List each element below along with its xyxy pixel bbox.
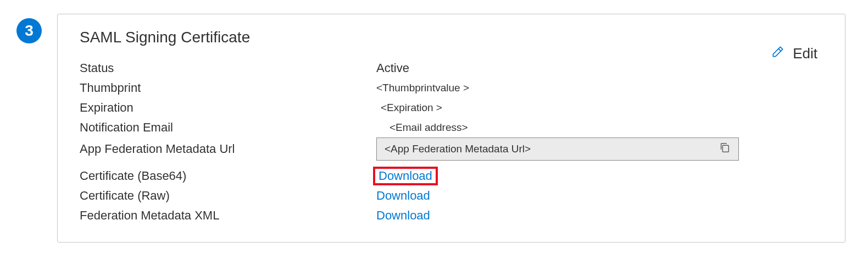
thumbprint-value: <Thumbprintvalue >: [376, 82, 469, 94]
svg-rect-0: [722, 145, 728, 152]
fed-xml-label: Federation Metadata XML: [80, 208, 376, 223]
step-number-badge: 3: [16, 18, 42, 43]
metadata-url-label: App Federation Metadata Url: [80, 142, 376, 156]
edit-button[interactable]: Edit: [771, 45, 817, 62]
cert-raw-download-link[interactable]: Download: [376, 189, 430, 203]
cert-base64-download-link[interactable]: Download: [379, 169, 432, 183]
step-container: 3 SAML Signing Certificate Edit Status A…: [0, 0, 868, 243]
status-label: Status: [80, 61, 376, 75]
cert-base64-download-highlight: Download: [376, 169, 435, 183]
notification-email-value: <Email address>: [376, 122, 468, 134]
card-title: SAML Signing Certificate: [80, 29, 823, 46]
notification-email-label: Notification Email: [80, 120, 376, 135]
expiration-value: <Expiration >: [376, 102, 442, 114]
edit-label: Edit: [793, 45, 817, 62]
pencil-icon: [771, 45, 785, 62]
fed-xml-download-link[interactable]: Download: [376, 208, 430, 223]
saml-certificate-card: SAML Signing Certificate Edit Status Act…: [57, 14, 845, 243]
expiration-label: Expiration: [80, 101, 376, 115]
copy-url-button[interactable]: [716, 141, 733, 157]
metadata-url-box: <App Federation Metadata Url>: [376, 138, 739, 161]
status-value: Active: [376, 61, 409, 75]
metadata-url-value[interactable]: <App Federation Metadata Url>: [385, 143, 716, 155]
copy-icon: [719, 141, 731, 157]
cert-raw-label: Certificate (Raw): [80, 189, 376, 203]
cert-base64-label: Certificate (Base64): [80, 169, 376, 183]
thumbprint-label: Thumbprint: [80, 81, 376, 95]
